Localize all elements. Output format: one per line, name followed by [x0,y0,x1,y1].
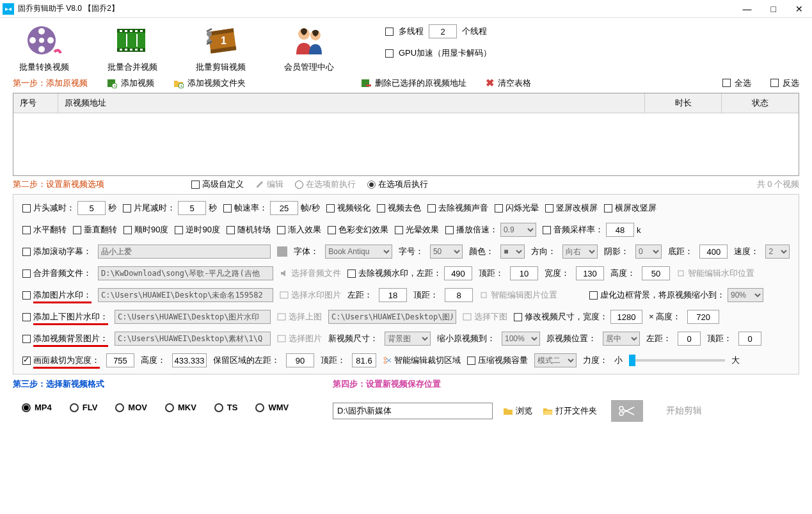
resize-w-input[interactable] [610,310,642,324]
tail-cut-checkbox[interactable] [123,204,131,213]
minimize-button[interactable]: — [743,4,752,14]
crop-h-input[interactable] [172,353,207,367]
select-audio-button[interactable]: 选择音频文件 [280,268,341,279]
close-button[interactable]: ✕ [795,4,803,14]
font-select[interactable]: Book Antiqu [325,245,392,259]
head-cut-input[interactable] [77,201,106,215]
iw-top-input[interactable] [445,288,473,302]
clear-table-button[interactable]: ✖ 清空表格 [486,77,531,89]
after-radio[interactable] [367,181,376,189]
remove-wm-checkbox[interactable] [347,269,356,278]
compress-mode-select[interactable]: 模式二 [534,353,577,367]
add-folder-button[interactable]: + 添加视频文件夹 [173,77,246,89]
format-wmv[interactable]: WMV [255,403,289,412]
invert-select-button[interactable]: 反选 [770,77,799,89]
delete-selected-button[interactable]: 删除已选择的原视频地址 [361,77,466,89]
smart-wm-button[interactable]: 智能编辑水印位置 [676,268,754,279]
glow-checkbox[interactable] [395,226,403,234]
start-button-icon[interactable] [611,400,643,422]
rand-trans-checkbox[interactable] [227,226,235,234]
advanced-checkbox[interactable] [191,181,200,189]
wm-top-input[interactable] [510,266,538,280]
maximize-button[interactable]: □ [771,4,776,14]
img-wm-checkbox[interactable] [22,291,31,300]
baseline-input[interactable] [699,245,728,259]
sel-wm-img-button[interactable]: 选择水印图片 [280,289,341,301]
direction-select[interactable]: 向右 [562,245,598,259]
add-video-button[interactable]: + 添加视频 [107,77,154,89]
crop-top-input[interactable] [352,353,376,367]
merge-audio-input[interactable] [98,266,273,280]
scroll-text-input[interactable] [98,245,271,259]
multithread-checkbox[interactable] [385,28,394,36]
blur-pct-select[interactable]: 90% [728,288,763,302]
crop-checkbox[interactable] [22,357,31,365]
sel-bot-button[interactable]: 选择下图 [463,311,507,323]
sel-img-button[interactable]: 选择图片 [277,333,322,344]
fade-checkbox[interactable] [277,226,285,234]
strength-slider[interactable] [629,359,725,362]
scroll-speed-select[interactable]: 2 [765,245,790,259]
sharpen-checkbox[interactable] [326,204,335,213]
iw-left-input[interactable] [379,288,407,302]
crop-left-input[interactable] [286,353,314,367]
font-color-select[interactable]: ■ [500,245,525,259]
tb-wm-checkbox[interactable] [22,313,31,321]
member-center-button[interactable]: 会员管理中心 [284,24,334,73]
desat-checkbox[interactable] [377,204,385,213]
batch-edit-button[interactable]: 1 批量剪辑视频 [196,24,246,73]
speed-checkbox[interactable] [445,226,454,234]
wm-h-input[interactable] [642,266,670,280]
multithread-input[interactable] [429,24,457,38]
tb-wm-input[interactable] [115,310,271,324]
browse-button[interactable]: 浏览 [503,405,532,417]
scroll-text-checkbox[interactable] [22,248,31,256]
fps-input[interactable] [270,201,298,215]
v2h-checkbox[interactable] [545,204,553,213]
new-size-select[interactable]: 背景图 [385,332,431,346]
wm-left-input[interactable] [444,266,472,280]
ccw90-checkbox[interactable] [175,226,183,234]
font-size-select[interactable]: 50 [430,245,463,259]
save-path-input[interactable] [333,403,493,419]
batch-merge-button[interactable]: 批量合并视频 [107,24,157,73]
format-ts[interactable]: TS [214,403,238,412]
format-mp4[interactable]: MP4 [22,403,52,412]
head-cut-checkbox[interactable] [22,204,31,213]
gpu-checkbox[interactable] [385,49,394,58]
bg-img-checkbox[interactable] [22,335,31,343]
orig-pos-select[interactable]: 居中 [603,332,640,346]
img-wm-input[interactable] [98,288,273,302]
format-mkv[interactable]: MKV [165,403,196,412]
mute-checkbox[interactable] [427,204,436,213]
shrink-select[interactable]: 100% [502,332,540,346]
sel-top-button[interactable]: 选择上图 [277,311,322,323]
before-radio[interactable] [295,181,303,189]
cw90-checkbox[interactable] [123,226,132,234]
bg-img-input[interactable] [115,332,271,346]
vflip-checkbox[interactable] [73,226,81,234]
select-all-button[interactable]: 全选 [722,77,751,89]
hflip-checkbox[interactable] [22,226,31,234]
compress-checkbox[interactable] [467,357,475,365]
resize-checkbox[interactable] [514,313,522,321]
open-folder-button[interactable]: 打开文件夹 [543,405,597,417]
pos-top-input[interactable] [738,332,761,346]
batch-convert-button[interactable]: 批量转换视频 [19,24,69,73]
audio-sr-checkbox[interactable] [543,226,551,234]
smart-crop-button[interactable]: 智能编辑裁切区域 [383,355,461,366]
speed-select[interactable]: 0.9 [500,223,536,237]
merge-audio-checkbox[interactable] [22,269,31,278]
blur-border-checkbox[interactable] [589,291,598,300]
audio-sr-input[interactable] [606,223,634,237]
tail-cut-input[interactable] [178,201,206,215]
colorfx-checkbox[interactable] [328,226,336,234]
shadow-select[interactable]: 0 [635,245,662,259]
flash-checkbox[interactable] [495,204,503,213]
pos-left-input[interactable] [678,332,701,346]
smart-img-button[interactable]: 智能编辑图片位置 [479,289,557,301]
resize-h-input[interactable] [687,310,719,324]
format-flv[interactable]: FLV [70,403,98,412]
crop-w-input[interactable] [106,353,134,367]
wm-w-input[interactable] [576,266,604,280]
